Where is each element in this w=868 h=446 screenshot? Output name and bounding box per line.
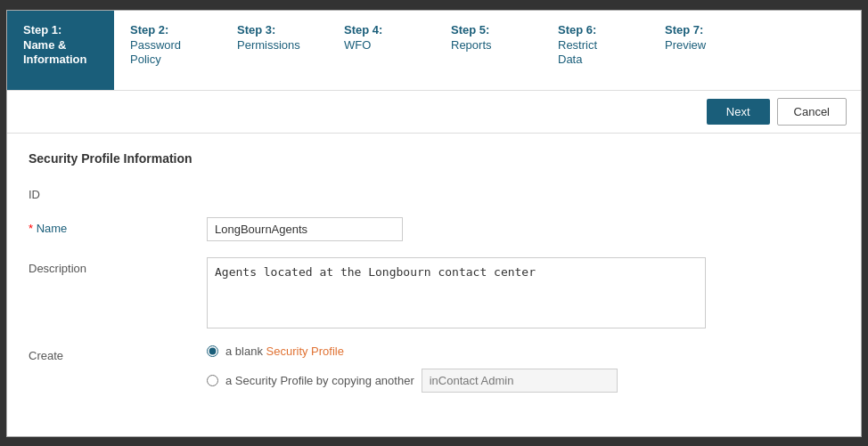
radio-blank[interactable] xyxy=(207,345,218,357)
name-label: Name xyxy=(29,217,207,235)
name-input[interactable] xyxy=(207,217,403,241)
step-7-label: Preview xyxy=(665,38,740,53)
description-row: Description <span class="description-tex… xyxy=(29,257,839,328)
section-title: Security Profile Information xyxy=(29,151,839,166)
step-bar: Step 1: Name &Information Step 2: Passwo… xyxy=(7,11,861,91)
main-content: Security Profile Information ID Name Des… xyxy=(7,134,861,436)
cancel-button[interactable]: Cancel xyxy=(777,98,847,126)
toolbar: Next Cancel xyxy=(7,91,861,134)
security-profile-link[interactable]: Security Profile xyxy=(266,345,344,358)
step-7[interactable]: Step 7: Preview xyxy=(649,11,756,90)
radio-copy-row: a Security Profile by copying another xyxy=(207,369,618,393)
step-3[interactable]: Step 3: Permissions xyxy=(221,11,328,90)
step-2-number: Step 2: xyxy=(130,23,205,36)
radio-blank-text1: a blank xyxy=(225,345,266,358)
step-3-label: Permissions xyxy=(237,38,312,53)
description-label: Description xyxy=(29,257,207,275)
create-row: Create a blank Security Profile a Securi… xyxy=(29,345,839,393)
step-2-label: PasswordPolicy xyxy=(130,38,205,69)
step-4[interactable]: Step 4: WFO xyxy=(328,11,435,90)
step-5-label: Reports xyxy=(451,38,526,53)
copy-profile-input[interactable] xyxy=(422,369,618,393)
step-4-label: WFO xyxy=(344,38,419,53)
radio-copy-label[interactable]: a Security Profile by copying another xyxy=(225,374,414,387)
step-6-label: RestrictData xyxy=(558,38,633,69)
radio-copy[interactable] xyxy=(207,375,218,386)
radio-blank-label[interactable]: a blank Security Profile xyxy=(225,345,344,358)
step-2[interactable]: Step 2: PasswordPolicy xyxy=(114,11,221,90)
step-5-number: Step 5: xyxy=(451,23,526,36)
step-6[interactable]: Step 6: RestrictData xyxy=(542,11,649,90)
name-row: Name xyxy=(29,217,839,241)
radio-copy-text: a Security Profile by copying another xyxy=(225,374,414,387)
step-3-number: Step 3: xyxy=(237,23,312,36)
description-textarea[interactable]: <span class="description-text">Agents lo… xyxy=(207,257,706,328)
main-window: Step 1: Name &Information Step 2: Passwo… xyxy=(6,10,862,437)
radio-blank-row: a blank Security Profile xyxy=(207,345,618,358)
step-5[interactable]: Step 5: Reports xyxy=(435,11,542,90)
step-1[interactable]: Step 1: Name &Information xyxy=(7,11,114,90)
step-1-label: Name &Information xyxy=(23,38,98,69)
step-6-number: Step 6: xyxy=(558,23,633,36)
id-row: ID xyxy=(29,183,839,201)
create-radio-group: a blank Security Profile a Security Prof… xyxy=(207,345,618,393)
id-label: ID xyxy=(29,183,207,201)
next-button[interactable]: Next xyxy=(707,99,770,125)
step-4-number: Step 4: xyxy=(344,23,419,36)
step-1-number: Step 1: xyxy=(23,23,98,36)
create-label: Create xyxy=(29,345,207,362)
step-7-number: Step 7: xyxy=(665,23,740,36)
